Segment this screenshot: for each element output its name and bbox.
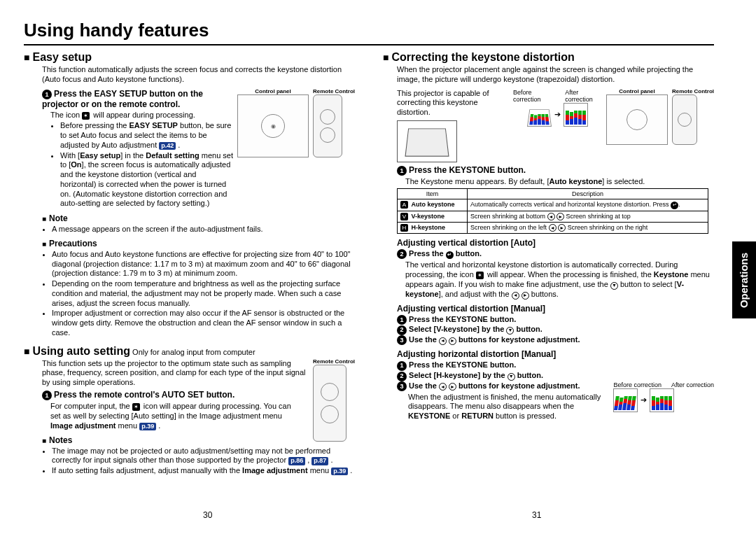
precaution-3: Improper adjustment or correction may al… [52, 309, 355, 337]
tbl-head-item: Item [398, 189, 468, 199]
v-icon: V [400, 213, 408, 220]
step-number-icon: 1 [397, 166, 407, 176]
easy-setup-step1-title: Press the EASY SETUP button on the proje… [42, 89, 203, 109]
auto-setting-intro: This function sets up the projector to t… [42, 359, 309, 388]
fig-label-remote-r: Remote Control [672, 89, 714, 95]
auto-step1-body: For computer input, the ✶ icon will appe… [50, 402, 301, 430]
enter-button-icon: ↵ [671, 202, 678, 209]
auto-note-2: If auto setting fails adjustment, adjust… [52, 466, 355, 476]
page-link-87[interactable]: p.87 [312, 457, 328, 465]
adj-v-auto-heading: Adjusting vertical distortion [Auto] [397, 238, 714, 248]
auto-setting-heading: ■Using auto setting Only for analog inpu… [24, 345, 355, 358]
chart-before-bottom [613, 388, 638, 412]
page-title: Using handy features [24, 20, 714, 41]
down-arrow-icon: ▼ [507, 373, 515, 381]
keystone-step2: 2 Press the ↵ button. The vertical and h… [397, 249, 714, 300]
right-arrow-icon: ► [556, 213, 564, 220]
auto-note-1: The image may not be projected or auto a… [52, 447, 355, 466]
table-row: A Auto keystoneAutomatically corrects ve… [398, 199, 708, 211]
precautions-heading: ■Precautions [42, 239, 355, 248]
manual-v-3: 3 Use the ◄ ► buttons for keystone adjus… [397, 335, 714, 346]
manual-h-1: 1 Press the KEYSTONE button. [397, 360, 714, 371]
down-arrow-icon: ▼ [506, 327, 514, 335]
table-row: V V-keystoneScreen shrinking at bottom ◄… [398, 211, 708, 222]
table-row: H H-keystoneScreen shrinking on the left… [398, 222, 708, 233]
keystone-step1: 1 Press the KEYSTONE button. The Keyston… [397, 165, 714, 187]
before-label-2: Before correction [613, 381, 662, 388]
remote-diagram-r [672, 94, 697, 145]
easy-setup-heading: ■Easy setup [24, 51, 355, 64]
left-arrow-icon: ◄ [439, 383, 447, 391]
fig-label-control-panel: Control panel [237, 89, 309, 95]
keystone-heading: ■Correcting the keystone distortion [383, 51, 714, 64]
processing-icon: ✶ [476, 272, 484, 279]
keystone-capable: This projector is capable of correcting … [397, 89, 509, 118]
projector-screen-diagram [397, 120, 457, 162]
fig-label-remote-2: Remote Control [313, 359, 355, 365]
right-arrow-icon: ► [558, 224, 566, 232]
page-link-42[interactable]: p.42 [159, 142, 176, 150]
chart-after-bottom [650, 388, 674, 412]
adj-h-manual-heading: Adjusting horizontal distortion [Manual] [397, 349, 714, 359]
easy-bullet-1: Before pressing the EASY SETUP button, b… [60, 121, 233, 150]
manual-v-1: 1 Press the KEYSTONE button. [397, 315, 714, 325]
left-arrow-icon: ◄ [549, 224, 556, 232]
keystone-intro: When the projector placement angle again… [397, 65, 714, 85]
columns: ■Easy setup This function automatically … [24, 50, 714, 477]
notes-heading: ■Notes [42, 435, 355, 445]
control-panel-diagram: ◉ [237, 94, 309, 157]
auto-icon: A [400, 201, 408, 209]
chart-before-top [527, 109, 552, 127]
right-arrow-icon: ► [449, 337, 456, 345]
arrow-icon: ➔ [640, 395, 647, 405]
right-arrow-icon: ► [522, 292, 529, 300]
page-link-39b[interactable]: p.39 [331, 468, 348, 475]
step-number-icon: 1 [42, 391, 52, 400]
left-arrow-icon: ◄ [439, 337, 447, 345]
fig-label-control-panel-r: Control panel [606, 89, 668, 95]
auto-setting-step1: 1 Press the remote control's AUTO SET bu… [42, 390, 301, 430]
step-number-icon: 1 [42, 90, 52, 99]
page-number-left: 30 [203, 510, 212, 520]
precaution-2: Depending on the room temperature and br… [52, 279, 355, 308]
arrow-icon: ➔ [554, 110, 561, 119]
down-arrow-icon: ▼ [610, 282, 618, 290]
auto-step1-title: Press the remote control's AUTO SET butt… [54, 390, 234, 400]
easy-setup-intro: This function automatically adjusts the … [42, 65, 355, 85]
easy-setup-step1: 1 Press the EASY SETUP button on the pro… [42, 89, 355, 210]
col-left: ■Easy setup This function automatically … [24, 50, 355, 477]
manual-h-3: 3 Use the ◄ ► buttons for keystone adjus… [397, 381, 606, 391]
tbl-head-desc: Description [468, 189, 708, 199]
after-label-2: After correction [671, 381, 714, 388]
manual-spread: Using handy features ■Easy setup This fu… [0, 0, 756, 534]
easy-bullet-2: With [Easy setup] in the Default setting… [60, 151, 233, 209]
page-link-86[interactable]: p.86 [288, 457, 305, 465]
after-label: After correction [565, 89, 602, 103]
precaution-1: Auto focus and Auto keystone functions a… [52, 250, 355, 279]
title-rule [24, 44, 714, 45]
left-arrow-icon: ◄ [547, 213, 555, 220]
side-tab-operations: Operations [732, 241, 756, 318]
page-link-39[interactable]: p.39 [139, 423, 156, 430]
remote-diagram-2 [313, 365, 346, 442]
chart-after-top [564, 103, 588, 127]
before-label: Before correction [513, 89, 554, 103]
keystone-table: ItemDescription A Auto keystoneAutomatic… [397, 188, 708, 234]
processing-icon: ✶ [82, 112, 90, 120]
remote-diagram [313, 94, 342, 157]
note-bullet: A message appears on the screen if the a… [52, 225, 355, 234]
note-heading: ■Note [42, 213, 355, 223]
page-number-right: 31 [532, 510, 541, 520]
col-right: ■Correcting the keystone distortion When… [383, 50, 714, 477]
manual-h-2: 2 Select [H-keystone] by the ▼ button. [397, 371, 714, 381]
easy-setup-step1-body: The icon ✶ will appear during processing… [50, 111, 233, 209]
processing-icon: ✶ [132, 403, 140, 411]
control-panel-diagram-r [606, 94, 668, 145]
left-arrow-icon: ◄ [512, 292, 519, 300]
h-icon: H [400, 224, 408, 232]
fig-label-remote: Remote Control [313, 89, 355, 95]
step-number-icon: 2 [397, 249, 407, 259]
adj-v-manual-heading: Adjusting vertical distortion [Manual] [397, 304, 714, 314]
right-arrow-icon: ► [449, 383, 456, 391]
manual-v-2: 2 Select [V-keystone] by the ▼ button. [397, 325, 714, 335]
